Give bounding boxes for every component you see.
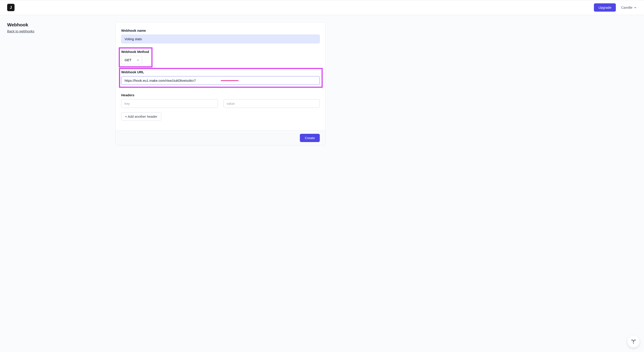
webhook-name-input[interactable] bbox=[121, 35, 320, 43]
app-header: J Upgrade Camille bbox=[0, 0, 644, 15]
add-header-button[interactable]: + Add another header bbox=[121, 112, 161, 121]
webhook-method-select[interactable]: GET bbox=[121, 56, 142, 64]
back-to-webhooks-link[interactable]: Back to webhooks bbox=[7, 29, 34, 33]
webhook-name-group: Webhook name bbox=[121, 29, 320, 43]
webhook-name-label: Webhook name bbox=[121, 29, 320, 32]
method-highlight: Webhook Method GET bbox=[119, 47, 152, 67]
form-footer: Create bbox=[116, 130, 325, 145]
url-input-wrapper bbox=[121, 76, 320, 85]
url-highlight: Webhook URL bbox=[119, 68, 323, 88]
headers-label: Headers bbox=[121, 93, 320, 97]
create-button[interactable]: Create bbox=[300, 134, 320, 142]
webhook-url-input[interactable] bbox=[121, 76, 320, 85]
webhook-method-label: Webhook Method bbox=[121, 50, 149, 54]
app-logo[interactable]: J bbox=[7, 4, 14, 11]
webhook-url-label: Webhook URL bbox=[121, 70, 320, 74]
headers-row bbox=[121, 99, 320, 108]
webhook-form-card: Webhook name Webhook Method GET bbox=[116, 22, 326, 145]
headers-group: Headers + Add another header bbox=[121, 93, 320, 121]
logo-letter: J bbox=[10, 5, 12, 10]
webhook-method-group: Webhook Method GET bbox=[121, 50, 149, 64]
page-title: Webhook bbox=[7, 22, 110, 27]
sidebar: Webhook Back to webhooks bbox=[7, 22, 110, 33]
header-value-input[interactable] bbox=[224, 99, 320, 108]
chevron-down-icon bbox=[634, 6, 637, 9]
upgrade-button[interactable]: Upgrade bbox=[594, 3, 616, 12]
webhook-url-group: Webhook URL bbox=[121, 70, 320, 85]
method-select-wrapper: GET bbox=[121, 56, 142, 64]
main-container: Webhook Back to webhooks Webhook name We… bbox=[0, 15, 644, 153]
user-menu[interactable]: Camille bbox=[621, 5, 637, 9]
header-right: Upgrade Camille bbox=[594, 3, 637, 12]
header-key-input[interactable] bbox=[121, 99, 218, 108]
form-body: Webhook name Webhook Method GET bbox=[116, 22, 325, 130]
user-name: Camille bbox=[621, 5, 632, 9]
